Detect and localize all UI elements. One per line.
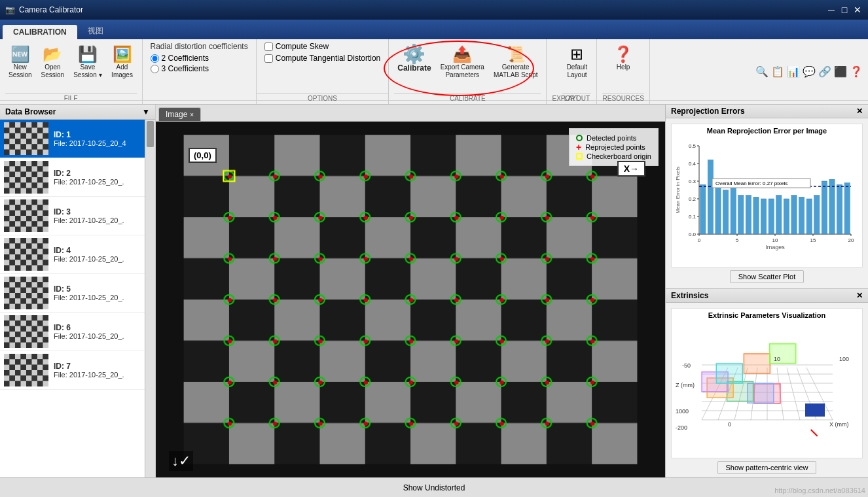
main-layout: Data Browser ▼ ID: 1File: 2017-10-25_20_… [0,105,868,497]
svg-text:Overall Mean Error: 0.27 pixel: Overall Mean Error: 0.27 pixels [715,180,787,186]
svg-text:Mean Error in Pixels: Mean Error in Pixels [675,166,681,213]
calibrate-icon: ⚙️ [403,45,425,63]
browser-item-6[interactable]: ID: 6File: 2017-10-25_20_. [0,313,145,351]
save-session-icon: 💾 [78,45,98,63]
help-label: Help [617,63,630,71]
show-undistorted-label: Show Undistorted [403,483,465,492]
extrinsics-panel-close[interactable]: ✕ [856,291,863,300]
data-browser-title: Data Browser [5,107,56,116]
browser-item-2[interactable]: ID: 2File: 2017-10-25_20_. [0,158,145,197]
data-browser: Data Browser ▼ ID: 1File: 2017-10-25_20_… [0,105,156,497]
data-browser-header: Data Browser ▼ [0,105,155,120]
data-browser-collapse[interactable]: ▼ [142,107,150,116]
down-arrow: ↓✓ [169,451,193,471]
extrinsics-content: Extrinsic Parameters Visualization [671,308,863,458]
radio-group: 2 Coefficients 3 Coefficients [151,54,248,73]
generate-script-label: GenerateMATLAB Script [494,63,538,79]
data-browser-body: ID: 1File: 2017-10-25_20_4ID: 2File: 201… [0,120,155,497]
minimize-button[interactable]: ─ [826,5,837,15]
generate-script-icon: 📜 [506,45,526,63]
tab-image-close[interactable]: × [190,111,194,118]
scrollbar[interactable] [145,120,155,497]
toolbar-icon-4[interactable]: 💬 [803,65,816,78]
app-title: Camera Calibrator [19,5,83,14]
default-layout-button[interactable]: ⊞ DefaultLayout [562,43,591,81]
svg-rect-41 [814,196,820,234]
svg-rect-34 [761,199,767,234]
calibrate-button[interactable]: ⚙️ Calibrate [394,43,434,75]
browser-item-5[interactable]: ID: 5File: 2017-10-25_20_. [0,274,145,313]
svg-rect-30 [731,188,736,234]
chess-canvas [156,122,665,477]
help-icon: ❓ [613,45,633,63]
toolbar-icon-1[interactable]: 🔍 [755,65,769,78]
help-button[interactable]: ❓ Help [609,43,638,73]
tab-image-label: Image [166,110,187,119]
toolbar-icon-6[interactable]: ⬛ [834,65,847,78]
compute-tangential-checkbox[interactable]: Compute Tangential Distortion [264,54,381,63]
title-bar-left: 📷 Camera Calibrator [5,5,83,14]
svg-rect-40 [806,199,812,234]
compute-tangential-input[interactable] [264,54,273,63]
add-images-icon: 🖼️ [113,45,132,63]
svg-rect-27 [708,160,713,234]
compute-skew-checkbox[interactable]: Compute Skew [264,42,381,51]
toolbar-right: 🔍 📋 📊 💬 🔗 ⬛ ❓ [750,39,868,104]
extrinsics-panel-header: Extrinsics ✕ [666,289,868,303]
radio-3coef[interactable]: 3 Coefficients [151,64,248,73]
chart-title: Mean Reprojection Error per Image [674,127,859,135]
export-camera-button[interactable]: 📤 Export CameraParameters [437,43,488,81]
compute-tangential-label: Compute Tangential Distortion [276,54,381,63]
new-session-button[interactable]: 🆕 NewSession [5,43,35,81]
ribbon-section-layout: ⊞ DefaultLayout LAYOUT [557,39,597,104]
save-session-button[interactable]: 💾 SaveSession ▾ [70,43,105,81]
ribbon-section-export: EXPORT [547,39,557,104]
tab-calibration[interactable]: CALIBRATION [3,25,77,39]
browser-item-4[interactable]: ID: 4File: 2017-10-25_20_. [0,235,145,274]
toolbar-icon-2[interactable]: 📋 [771,65,784,78]
legend-reprojected: + Reprojected points [576,143,651,151]
browser-item-3[interactable]: ID: 3File: 2017-10-25_20_. [0,197,145,235]
compute-skew-input[interactable] [264,43,273,51]
layout-content: ⊞ DefaultLayout [562,42,591,93]
tab-image[interactable]: Image × [158,107,201,121]
legend-origin-icon [576,153,583,160]
image-area: Detected points + Reprojected points Che… [156,122,665,497]
browser-item-1[interactable]: ID: 1File: 2017-10-25_20_4 [0,120,145,158]
app-icon: 📷 [5,5,15,14]
toolbar-icon-5[interactable]: 🔗 [818,65,831,78]
tab-view[interactable]: 视图 [77,23,114,39]
radio-3coef-input[interactable] [151,65,159,73]
ribbon: 🆕 NewSession 📂 OpenSession 💾 SaveSession… [0,39,868,105]
close-button[interactable]: ✕ [852,5,863,15]
radio-2coef[interactable]: 2 Coefficients [151,54,248,63]
toolbar-icon-3[interactable]: 📊 [787,65,800,78]
svg-rect-31 [738,196,744,234]
extrinsics-panel-title: Extrinsics [671,291,708,300]
svg-rect-36 [776,196,782,234]
svg-text:Images: Images [765,244,785,250]
open-session-button[interactable]: 📂 OpenSession [38,43,68,81]
maximize-button[interactable]: □ [839,5,850,15]
reprojection-panel-close[interactable]: ✕ [856,107,863,116]
new-session-label: NewSession [9,63,32,79]
watermark: http://blog.csdn.net/a083614 [774,487,865,494]
open-session-label: OpenSession [41,63,65,79]
svg-text:0.3: 0.3 [689,179,696,184]
ribbon-tab-bar: CALIBRATION 视图 [0,20,868,39]
add-images-button[interactable]: 🖼️ AddImages [108,43,137,81]
ribbon-section-resources: ❓ Help RESOURCES [597,39,649,104]
svg-rect-28 [715,181,721,234]
scrollbar-thumb[interactable] [147,121,154,147]
ribbon-section-options: Compute Skew Compute Tangential Distorti… [257,39,389,104]
radio-2coef-input[interactable] [151,54,159,63]
legend-reprojected-label: Reprojected points [585,143,645,151]
browser-item-7[interactable]: ID: 7File: 2017-10-25_20_. [0,351,145,390]
legend-detected: Detected points [576,134,651,142]
toolbar-icon-7[interactable]: ❓ [850,65,863,78]
calibrate-section-label: CALIBRATE [394,93,541,104]
show-scatter-button[interactable]: Show Scatter Plot [730,270,804,283]
generate-script-button[interactable]: 📜 GenerateMATLAB Script [490,43,541,81]
show-pattern-button[interactable]: Show pattern-centric view [717,461,817,474]
show-undistorted-button[interactable]: Show Undistorted [0,477,868,497]
